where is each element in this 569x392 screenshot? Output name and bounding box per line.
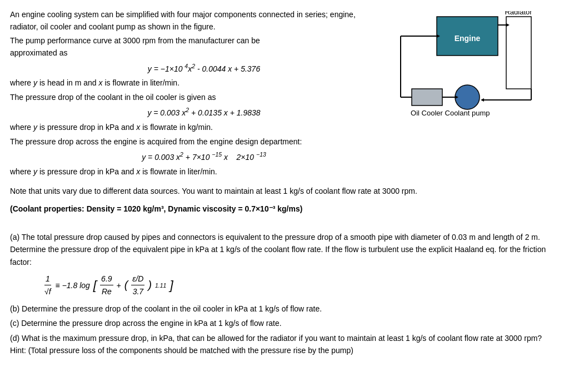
main-content: An engine cooling system can be simplifi…	[10, 9, 559, 359]
svg-text:Oil Cooler: Oil Cooler	[411, 109, 443, 117]
haaland-equiv: ≡ −1.8 log	[56, 279, 90, 292]
intro-para1: An engine cooling system can be simplifi…	[10, 9, 376, 33]
part-c-label: (c)	[10, 319, 19, 328]
haaland-lhs: 1 √f	[43, 273, 52, 298]
part-a: (a) The total pressure drop caused by pi…	[10, 231, 559, 268]
part-a-label: (a)	[10, 233, 19, 242]
part-b-label: (b)	[10, 304, 19, 313]
right-bracket: ]	[169, 279, 173, 292]
part-d-text: What is the maximum pressure drop, in kP…	[10, 334, 542, 355]
svg-marker-8	[481, 98, 484, 102]
part-b-text: Determine the pressure drop of the coola…	[22, 304, 322, 313]
part-d: (d) What is the maximum pressure drop, i…	[10, 332, 559, 357]
engine-intro: The pressure drop across the engine is a…	[10, 136, 376, 148]
diagram-block: Engine Radiator	[381, 9, 559, 121]
svg-rect-2	[506, 17, 531, 89]
haaland-exp: 1.11	[155, 281, 166, 290]
haaland-ed-num: ε/D	[131, 273, 144, 285]
svg-point-9	[455, 85, 480, 109]
part-c: (c) Determine the pressure drop across t…	[10, 317, 559, 329]
svg-text:Coolant pump: Coolant pump	[445, 109, 490, 117]
intro-para2: The pump performance curve at 3000 rpm f…	[10, 35, 376, 59]
parts-section: (a) The total pressure drop caused by pi…	[10, 231, 559, 359]
engine-eq-note: where y is pressure drop in kPa and x is…	[10, 166, 376, 178]
part-b: (b) Determine the pressure drop of the c…	[10, 303, 559, 315]
coolant-props: (Coolant properties: Density = 1020 kg/m…	[10, 204, 559, 213]
system-diagram: Engine Radiator	[381, 11, 553, 119]
haaland-paren-right: )	[148, 277, 152, 294]
oil-eq-note: where y is pressure drop in kPa and x is…	[10, 122, 376, 134]
approx-label: approximated as	[10, 48, 68, 57]
top-section: An engine cooling system can be simplifi…	[10, 9, 559, 180]
intro-text-block: An engine cooling system can be simplifi…	[10, 9, 376, 180]
haaland-re-frac: 6.9 Re	[100, 273, 113, 298]
haaland-lhs-den: √f	[43, 285, 52, 298]
svg-rect-11	[412, 89, 442, 105]
haaland-69: 6.9	[100, 273, 113, 285]
oil-equation: y = 0.003 x2 + 0.0135 x + 1.9838	[32, 105, 376, 119]
part-d-label: (d)	[10, 334, 19, 343]
oil-cooler-intro: The pressure drop of the coolant in the …	[10, 92, 376, 104]
part-a-text: The total pressure drop caused by pipes …	[10, 233, 546, 267]
note-line: Note that units vary due to different da…	[10, 185, 559, 198]
haaland-paren-left: (	[124, 277, 128, 294]
haaland-re: Re	[101, 285, 113, 298]
haaland-equation: 1 √f ≡ −1.8 log [ 6.9 Re + ( ε/D 3.7 ) 1…	[43, 273, 559, 298]
engine-equation: y = 0.003 x2 + 7×10 −15 x 2×10 −13	[32, 150, 376, 163]
haaland-lhs-num: 1	[44, 273, 51, 285]
part-c-text: Determine the pressure drop across the e…	[21, 319, 281, 328]
svg-text:Radiator: Radiator	[505, 11, 532, 16]
svg-text:Engine: Engine	[455, 34, 481, 43]
haaland-ed-den: 3.7	[132, 285, 144, 298]
pump-equation: y = −1×10 4x2 - 0.0044 x + 5.376	[32, 62, 376, 75]
haaland-ed-frac: ε/D 3.7	[131, 273, 144, 298]
sqrt-f-icon: √f	[44, 287, 51, 296]
pump-eq-note: where y is head in m and x is flowrate i…	[10, 77, 376, 89]
left-bracket: [	[93, 279, 97, 292]
haaland-plus: +	[117, 279, 121, 292]
